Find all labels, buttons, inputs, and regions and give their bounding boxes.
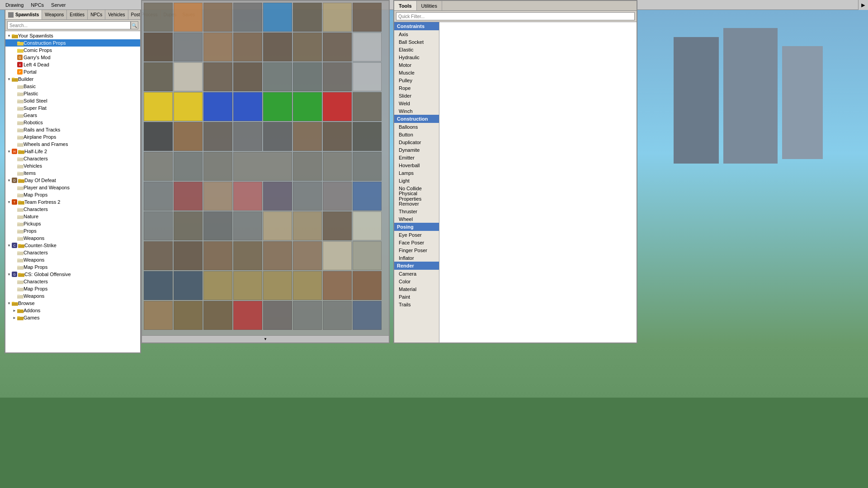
tool-thruster[interactable]: Thruster [394,207,439,215]
tree-left4dead[interactable]: 4 Left 4 Dead [5,61,140,68]
list-item[interactable] [203,33,232,61]
tool-face-poser[interactable]: Face Poser [394,239,439,246]
tree-solid-steel[interactable]: Solid Steel [5,97,140,104]
tool-axis[interactable]: Axis [394,30,439,38]
list-item[interactable] [263,182,292,211]
tree-tf2-props[interactable]: Props [5,227,140,235]
tree-tf2[interactable]: ▼ T Team Fortress 2 [5,198,140,206]
list-item[interactable] [293,122,322,151]
expand-arrow[interactable]: ► [858,0,868,10]
list-item[interactable] [174,241,203,270]
list-item[interactable] [144,271,173,300]
tree-csgo-mapprops[interactable]: Map Props [5,285,140,292]
tool-paint[interactable]: Paint [394,293,439,300]
list-item[interactable] [323,3,352,32]
list-item[interactable] [293,33,322,61]
tree-browse[interactable]: ▼ Browse [5,300,140,307]
tree-games[interactable]: ► Games [5,314,140,321]
spawn-grid[interactable] [142,1,389,335]
tree-robotics[interactable]: Robotics [5,119,140,126]
tool-wheel[interactable]: Wheel [394,215,439,223]
tree-csgo[interactable]: ▼ G CS: Global Offensive [5,271,140,278]
list-item[interactable] [203,62,232,91]
tree-wheels[interactable]: Wheels and Frames [5,141,140,148]
list-item[interactable] [353,62,382,91]
list-item[interactable] [293,271,322,300]
tree-csgo-characters[interactable]: Characters [5,278,140,285]
tree-tf2-characters[interactable]: Characters [5,206,140,213]
list-item[interactable] [263,3,292,32]
tree-rails[interactable]: Rails and Tracks [5,126,140,133]
list-item[interactable] [293,301,322,330]
tree-hl2-vehicles[interactable]: Vehicles [5,162,140,169]
list-item[interactable] [144,182,173,211]
tool-hoverball[interactable]: Hoverball [394,161,439,169]
tool-slider[interactable]: Slider [394,92,439,99]
list-item[interactable] [323,241,352,270]
list-item[interactable] [233,301,262,330]
list-item[interactable] [323,182,352,211]
tree-hl2-characters[interactable]: Characters [5,155,140,162]
list-item[interactable] [203,182,232,211]
tree-comic-props[interactable]: Comic Props [5,47,140,54]
tab-tools[interactable]: Tools [394,1,417,10]
tab-vehicles[interactable]: Vehicles [105,10,128,19]
tab-npcs[interactable]: NPCs [88,10,105,19]
list-item[interactable] [293,92,322,121]
list-item[interactable] [353,122,382,151]
tree-cs-weapons[interactable]: Weapons [5,256,140,263]
tool-muscle[interactable]: Muscle [394,69,439,76]
list-item[interactable] [263,241,292,270]
list-item[interactable] [353,301,382,330]
tool-camera[interactable]: Camera [394,270,439,277]
tool-pulley[interactable]: Pulley [394,76,439,84]
tool-physical-properties[interactable]: Physical Properties [394,192,439,200]
tab-weapons[interactable]: Weapons [42,10,67,19]
list-item[interactable] [233,182,262,211]
tool-ball-socket[interactable]: Ball Socket [394,38,439,46]
search-input[interactable] [7,21,131,29]
list-item[interactable] [174,211,203,240]
tree-garrys-mod[interactable]: G Garry's Mod [5,54,140,61]
category-constraints[interactable]: Constraints [394,22,439,30]
tab-spawnlists[interactable]: Spawnlists [5,10,42,19]
list-item[interactable] [233,122,262,151]
list-item[interactable] [353,3,382,32]
tool-finger-poser[interactable]: Finger Poser [394,246,439,254]
list-item[interactable] [233,62,262,91]
tree-dod-mapprops[interactable]: Map Props [5,191,140,198]
tree-portal[interactable]: P Portal [5,68,140,75]
tool-inflator[interactable]: Inflator [394,254,439,262]
list-item[interactable] [293,211,322,240]
list-item[interactable] [353,92,382,121]
list-item[interactable] [293,241,322,270]
list-item[interactable] [233,241,262,270]
tree-tf2-weapons[interactable]: Weapons [5,235,140,242]
tree-view[interactable]: ▼ Your Spawnlists Construction Props Com… [5,31,140,352]
list-item[interactable] [144,122,173,151]
list-item[interactable] [323,152,352,181]
list-item[interactable] [233,152,292,181]
menu-npcs[interactable]: NPCs [27,1,47,9]
tree-hl2-items[interactable]: Items [5,169,140,177]
list-item[interactable] [233,211,262,240]
list-item[interactable] [144,211,173,240]
tree-cs[interactable]: ▼ C Counter-Strike [5,242,140,249]
list-item[interactable] [353,152,382,181]
list-item[interactable] [323,271,352,300]
list-item[interactable] [293,182,322,211]
tool-trails[interactable]: Trails [394,300,439,308]
list-item[interactable] [323,122,352,151]
tab-entities[interactable]: Entities [67,10,88,19]
list-item[interactable] [353,182,382,211]
tool-winch[interactable]: Winch [394,107,439,115]
tab-utilities[interactable]: Utilities [417,1,442,10]
tree-dod-weapons[interactable]: Player and Weapons [5,184,140,191]
tree-builder[interactable]: ▼ Builder [5,75,140,83]
list-item[interactable] [203,211,232,240]
tree-construction-props[interactable]: Construction Props [5,39,140,47]
menu-drawing[interactable]: Drawing [2,1,27,9]
list-item[interactable] [353,33,382,61]
list-item[interactable] [353,211,382,240]
list-item[interactable] [203,152,232,181]
